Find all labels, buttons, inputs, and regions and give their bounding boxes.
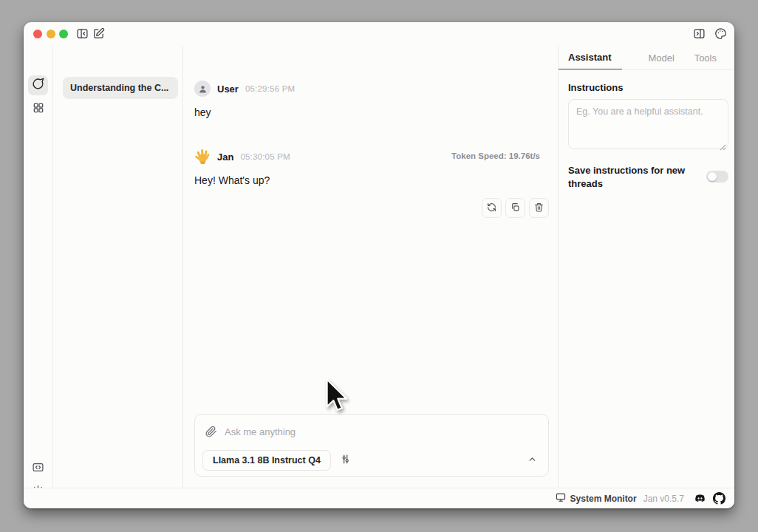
system-monitor-label: System Monitor (570, 494, 637, 504)
copy-button[interactable] (505, 198, 525, 218)
message-author: User (217, 83, 239, 95)
user-avatar-icon (194, 81, 211, 97)
thread-list: Understanding the C... (54, 46, 182, 488)
github-icon[interactable] (713, 492, 725, 505)
copy-icon (511, 202, 520, 215)
jan-app-window: Understanding the C... User 05:29:56 PM … (24, 22, 734, 508)
tab-label: Assistant (568, 52, 612, 63)
chevron-up-icon (527, 454, 537, 467)
model-selector-label: Llama 3.1 8B Instruct Q4 (213, 455, 321, 466)
sliders-icon (340, 454, 351, 468)
monitor-icon (556, 492, 566, 505)
icon-rail (24, 46, 53, 488)
sidebar-item-threads[interactable] (28, 75, 48, 95)
discord-icon[interactable] (694, 492, 706, 505)
code-box-icon (32, 461, 44, 477)
system-monitor-button[interactable]: System Monitor (556, 492, 637, 505)
save-instructions-row: Save instructions for new threads (568, 164, 728, 191)
chat-input-container: Llama 3.1 8B Instruct Q4 (194, 414, 549, 477)
token-speed: Token Speed: 19.76t/s (451, 151, 540, 160)
regenerate-button[interactable] (482, 198, 502, 218)
delete-icon (534, 202, 544, 215)
message-user: User 05:29:56 PM hey (194, 81, 549, 118)
thread-title: Understanding the C... (70, 83, 168, 93)
model-selector-button[interactable]: Llama 3.1 8B Instruct Q4 (202, 450, 331, 471)
message-actions (482, 198, 549, 218)
panel-tabs: Assistant Model Tools (559, 46, 734, 70)
collapse-input-button[interactable] (525, 453, 539, 468)
panel-left-toggle-icon[interactable] (76, 27, 89, 40)
paperclip-icon[interactable] (205, 426, 217, 437)
thread-list-item[interactable]: Understanding the C... (63, 77, 178, 99)
save-instructions-toggle[interactable] (706, 171, 728, 183)
message-timestamp: 05:30:05 PM (240, 152, 290, 161)
regenerate-icon (487, 202, 496, 215)
model-settings-button[interactable] (335, 450, 356, 471)
instructions-field-wrap (568, 99, 728, 149)
tab-tools[interactable]: Tools (687, 46, 724, 69)
titlebar (24, 22, 734, 46)
chat-message-input[interactable] (225, 426, 539, 437)
tab-label: Model (649, 52, 675, 64)
chat-bubble-icon (32, 78, 44, 93)
grid-icon (33, 102, 44, 117)
desktop-background: Understanding the C... User 05:29:56 PM … (0, 0, 758, 532)
minimize-window-button[interactable] (47, 30, 55, 38)
chat-area: User 05:29:56 PM hey (182, 46, 558, 488)
tab-model[interactable]: Model (641, 46, 682, 69)
sidebar-item-hub[interactable] (28, 99, 48, 119)
message-text: Hey! What's up? (194, 174, 549, 186)
message-author: Jan (217, 151, 233, 163)
save-instructions-label: Save instructions for new threads (568, 164, 686, 191)
new-thread-icon[interactable] (92, 27, 105, 40)
zoom-window-button[interactable] (59, 30, 68, 38)
instructions-label: Instructions (568, 82, 623, 93)
instructions-textarea[interactable] (568, 99, 728, 149)
theme-palette-icon[interactable] (714, 27, 727, 40)
toggle-knob (708, 172, 717, 181)
tab-label: Tools (694, 52, 717, 64)
sidebar-item-local-api-server[interactable] (28, 459, 48, 479)
tab-assistant[interactable]: Assistant (559, 46, 622, 69)
app-version: Jan v0.5.7 (643, 494, 684, 504)
close-window-button[interactable] (33, 30, 42, 38)
delete-button[interactable] (529, 198, 549, 218)
panel-right-toggle-icon[interactable] (693, 27, 706, 40)
status-bar: System Monitor Jan v0.5.7 (24, 488, 734, 508)
message-timestamp: 05:29:56 PM (245, 84, 295, 93)
waving-hand-icon (194, 149, 211, 165)
message-assistant: Jan 05:30:05 PM Token Speed: 19.76t/s He… (194, 149, 549, 186)
message-text: hey (194, 106, 549, 118)
assistant-panel: Assistant Model Tools Instructions (558, 46, 734, 488)
